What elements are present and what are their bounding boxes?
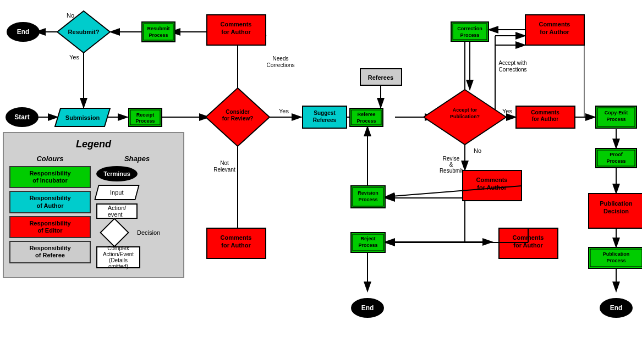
svg-rect-70 bbox=[451, 22, 489, 41]
svg-rect-54 bbox=[142, 22, 175, 42]
colour-editor: Responsibilityof Editor bbox=[9, 216, 91, 238]
yes-consider-label: Yes bbox=[279, 108, 289, 114]
svg-text:Process: Process bbox=[358, 197, 377, 202]
publication-decision-label: Publication bbox=[600, 200, 633, 207]
resubmit-process-label: Resubmit bbox=[147, 26, 169, 31]
svg-text:Process: Process bbox=[606, 258, 625, 263]
shape-rect-icon: Action/event bbox=[96, 203, 138, 219]
svg-text:for Author: for Author bbox=[540, 29, 569, 35]
comments-author-revise-label: Comments bbox=[476, 177, 508, 183]
shape-terminus: Terminus bbox=[96, 166, 178, 181]
end2-label: End bbox=[361, 304, 374, 312]
svg-text:Decision: Decision bbox=[603, 208, 629, 214]
resubmit-label: Resubmit? bbox=[68, 29, 100, 35]
colours-title: Colours bbox=[9, 155, 91, 163]
comments-author-bottom-label: Comments bbox=[221, 234, 252, 241]
comments-author-corrections-label: Comments bbox=[539, 21, 570, 27]
legend-title: Legend bbox=[9, 139, 178, 150]
svg-text:Process: Process bbox=[358, 242, 377, 248]
svg-text:Referees: Referees bbox=[313, 117, 337, 123]
legend-shapes-col: Shapes Terminus Input Action/event Decis… bbox=[96, 155, 178, 272]
yes-label-resubmit: Yes bbox=[69, 54, 79, 60]
svg-text:Process: Process bbox=[149, 32, 168, 38]
legend: Legend Colours Responsibilityof Incubato… bbox=[3, 132, 184, 278]
colour-author: Responsibilityof Author bbox=[9, 191, 91, 213]
svg-text:Resubmit: Resubmit bbox=[440, 168, 463, 174]
legend-colours-col: Colours Responsibilityof Incubator Respo… bbox=[9, 155, 91, 272]
svg-text:for Author: for Author bbox=[532, 116, 559, 122]
svg-text:Process: Process bbox=[606, 117, 625, 122]
suggest-referees-label: Suggest bbox=[314, 110, 336, 116]
end1-label: End bbox=[17, 28, 30, 36]
needs-corrections-label: Needs bbox=[273, 56, 289, 62]
revision-process-label: Revision bbox=[358, 190, 378, 196]
shape-complex-icon: ComplexAction/Event(Details omitted) bbox=[96, 246, 140, 268]
svg-text:Process: Process bbox=[135, 118, 155, 124]
svg-text:for Author: for Author bbox=[221, 242, 251, 249]
svg-rect-45 bbox=[350, 108, 383, 126]
comments-author-top-label: Comments bbox=[221, 21, 252, 27]
no-label-resubmit: No bbox=[67, 12, 74, 19]
consider-review-label: Consider bbox=[226, 109, 249, 115]
yes-accept-label: Yes bbox=[502, 108, 512, 114]
copy-edit-process-label: Copy-Edit bbox=[605, 110, 628, 115]
correction-process-label: Correction bbox=[457, 26, 482, 31]
start-label: Start bbox=[14, 113, 29, 121]
accept-publication-label: Accept for bbox=[453, 107, 478, 113]
reject-process-label: Reject bbox=[360, 236, 375, 241]
svg-text:Publication?: Publication? bbox=[450, 114, 480, 119]
diagram: Start End End End Submission Receipt Pro… bbox=[0, 0, 642, 364]
shape-diamond-icon bbox=[100, 218, 129, 247]
not-relevant-label: Not bbox=[220, 160, 229, 166]
svg-text:Corrections: Corrections bbox=[266, 62, 294, 68]
proof-process-label: Proof bbox=[610, 152, 623, 157]
referees-label: Referees bbox=[368, 74, 393, 81]
shape-decision: Decision bbox=[96, 222, 178, 243]
shape-complex: ComplexAction/Event(Details omitted) bbox=[96, 246, 178, 268]
revise-resubmit-label: Revise bbox=[443, 156, 460, 162]
svg-text:Process: Process bbox=[460, 32, 479, 38]
shape-decision-label: Decision bbox=[137, 229, 160, 236]
svg-text:for Author: for Author bbox=[221, 29, 251, 35]
svg-text:for Review?: for Review? bbox=[222, 115, 254, 122]
shapes-title: Shapes bbox=[96, 155, 178, 163]
svg-text:&: & bbox=[449, 162, 453, 168]
svg-text:Process: Process bbox=[356, 118, 376, 124]
svg-text:Process: Process bbox=[606, 158, 625, 164]
submission-label: Submission bbox=[65, 114, 100, 121]
comments-author-yes-label: Comments bbox=[531, 109, 559, 115]
shape-action: Action/event bbox=[96, 203, 178, 219]
shape-input: Input bbox=[96, 185, 178, 200]
svg-text:Corrections: Corrections bbox=[498, 67, 526, 73]
no-accept-label: No bbox=[474, 147, 481, 154]
referee-process-label: Referee bbox=[357, 112, 375, 117]
accept-corrections-label: Accept with bbox=[498, 60, 526, 66]
shape-parallelogram-icon: Input bbox=[94, 185, 140, 200]
receipt-process-label: Receipt bbox=[136, 112, 155, 118]
publication-process-label: Publication bbox=[603, 251, 630, 257]
end3-label: End bbox=[610, 304, 623, 312]
colour-referee: Responsibilityof Referee bbox=[9, 241, 91, 263]
colour-incubator: Responsibilityof Incubator bbox=[9, 166, 91, 188]
shape-oval-icon: Terminus bbox=[96, 166, 138, 181]
not-relevant-label2: Relevant bbox=[213, 167, 235, 173]
